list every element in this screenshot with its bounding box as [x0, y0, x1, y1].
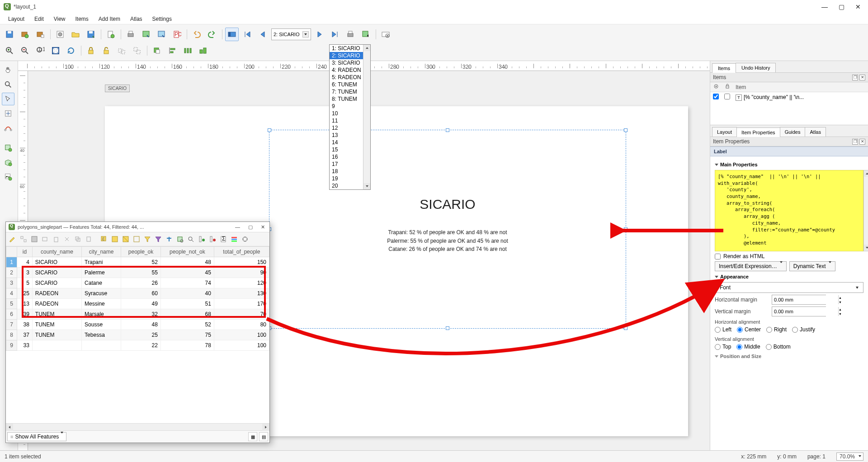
tab-layout-props[interactable]: Layout — [712, 127, 737, 137]
add-picture-icon[interactable] — [2, 170, 14, 183]
chevron-down-icon[interactable] — [302, 31, 309, 38]
export-image-icon[interactable] — [139, 28, 153, 41]
minimize-button[interactable]: — — [821, 3, 828, 10]
zoom-in-icon[interactable] — [3, 44, 16, 57]
export-pdf-icon[interactable]: PDF — [170, 28, 184, 41]
conditional-format-icon[interactable] — [229, 234, 239, 244]
atlas-prev-icon[interactable] — [256, 28, 269, 41]
edit-nodes-icon[interactable] — [2, 122, 14, 134]
atlas-print-icon[interactable] — [344, 28, 357, 41]
item-locked-checkbox[interactable] — [724, 94, 730, 99]
menu-atlas[interactable]: Atlas — [126, 14, 147, 24]
refresh-icon[interactable] — [64, 44, 78, 57]
hmargin-spinner[interactable]: ▲▼ — [772, 295, 826, 305]
insert-expression-button[interactable]: Insert/Edit Expression… — [715, 261, 787, 271]
delete-column-icon[interactable] — [208, 234, 217, 244]
vmargin-spinner[interactable]: ▲▼ — [772, 306, 826, 316]
add-feature-icon[interactable] — [40, 234, 50, 244]
menu-view[interactable]: View — [49, 14, 70, 24]
add-3dmap-icon[interactable] — [2, 156, 14, 169]
layout-manager-icon[interactable] — [53, 28, 67, 41]
valign-radios[interactable]: Top Middle Bottom — [715, 344, 863, 350]
table-view-icon[interactable]: ▦ — [248, 432, 257, 441]
menu-settings[interactable]: Settings — [148, 14, 176, 24]
add-map-icon[interactable] — [2, 141, 14, 154]
atlas-next-icon[interactable] — [313, 28, 326, 41]
font-selector[interactable]: Font — [715, 282, 863, 293]
zoom-out-icon[interactable] — [18, 44, 32, 57]
zoom-combo[interactable]: 70.0% — [836, 453, 863, 461]
undo-icon[interactable] — [190, 28, 203, 41]
attribute-table-window[interactable]: polygons_singlepart — Features Total: 44… — [5, 222, 270, 443]
pan-to-icon[interactable] — [175, 234, 185, 244]
export-svg-icon[interactable] — [155, 28, 168, 41]
atlas-preview-icon[interactable] — [225, 28, 239, 41]
lock-icon[interactable] — [84, 44, 98, 57]
unlock-icon[interactable] — [99, 44, 113, 57]
move-content-icon[interactable] — [2, 107, 14, 120]
atlas-export-icon[interactable] — [359, 28, 373, 41]
filter-icon[interactable] — [153, 234, 163, 244]
table-row[interactable]: 738TUNEMSousse485280 — [6, 320, 269, 330]
items-list-row[interactable]: T[% "county_name" || '\n... — [710, 92, 868, 103]
zoom-to-icon[interactable] — [186, 234, 196, 244]
deselect-icon[interactable] — [132, 234, 142, 244]
panel-close-icon[interactable]: ✕ — [859, 75, 865, 80]
atlas-feature-combo[interactable]: 2: SICARIO — [271, 28, 311, 40]
atlas-first-icon[interactable] — [241, 28, 254, 41]
copy-icon[interactable] — [73, 234, 83, 244]
table-row[interactable]: 35SICARIOCatane2674120 — [6, 278, 269, 288]
table-row[interactable]: 14SICARIOTrapani5248150 — [6, 257, 269, 268]
close-button[interactable]: ✕ — [855, 3, 861, 10]
paste-icon[interactable] — [84, 234, 94, 244]
save-as-template-icon[interactable] — [84, 28, 98, 41]
align-left-icon[interactable] — [165, 44, 179, 57]
actions-icon[interactable] — [240, 234, 250, 244]
group-position-size[interactable]: Position and Size — [715, 354, 863, 359]
save-edits-icon[interactable] — [29, 234, 39, 244]
dynamic-text-button[interactable]: Dynamic Text — [789, 261, 835, 271]
atlas-settings-icon[interactable] — [379, 28, 392, 41]
atlas-last-icon[interactable] — [328, 28, 342, 41]
move-top-icon[interactable] — [164, 234, 174, 244]
zoom-actual-icon[interactable]: 1:1 — [33, 44, 47, 57]
cut-icon[interactable] — [62, 234, 72, 244]
tab-undo-history[interactable]: Undo History — [736, 63, 776, 72]
attr-minimize-button[interactable]: — — [235, 224, 240, 230]
atlas-dropdown-list[interactable]: 1: SICARIO2: SICARIO3: SICARIO4: RADEON5… — [329, 44, 371, 190]
tab-item-properties[interactable]: Item Properties — [736, 127, 780, 137]
maximize-button[interactable]: ▢ — [839, 3, 844, 10]
duplicate-layout-icon[interactable] — [33, 28, 47, 41]
select-all-icon[interactable] — [110, 234, 120, 244]
expression-scrollbar[interactable] — [863, 170, 868, 251]
print-icon[interactable] — [124, 28, 137, 41]
menu-layout[interactable]: Layout — [4, 14, 29, 24]
select-tool-icon[interactable] — [2, 93, 14, 105]
table-row[interactable]: 425RADEONSyracuse6040130 — [6, 288, 269, 299]
multiedit-icon[interactable] — [19, 234, 28, 244]
raise-icon[interactable] — [150, 44, 164, 57]
panel-undock-icon[interactable]: ❐ — [852, 75, 858, 80]
panel-close-icon[interactable]: ✕ — [859, 139, 865, 145]
group-appearance[interactable]: Appearance — [715, 274, 863, 279]
table-row[interactable]: 9332278100 — [6, 340, 269, 351]
table-row[interactable]: 837TUNEMTebessa2575100 — [6, 330, 269, 340]
add-page-icon[interactable] — [104, 28, 118, 41]
resize-icon[interactable] — [196, 44, 210, 57]
filter-sel-icon[interactable] — [142, 234, 152, 244]
tab-guides[interactable]: Guides — [780, 127, 806, 137]
edit-pencil-icon[interactable] — [8, 234, 18, 244]
field-calc-icon[interactable]: Σ — [218, 234, 228, 244]
menu-items[interactable]: Items — [71, 14, 93, 24]
redo-icon[interactable] — [205, 28, 219, 41]
table-row[interactable]: 23SICARIOPalerme554590 — [6, 268, 269, 278]
attr-close-button[interactable]: ✕ — [261, 224, 265, 230]
new-column-icon[interactable] — [197, 234, 207, 244]
delete-feature-icon[interactable] — [51, 234, 61, 244]
group-icon[interactable] — [115, 44, 128, 57]
ungroup-icon[interactable] — [130, 44, 144, 57]
new-layout-icon[interactable] — [18, 28, 32, 41]
panel-undock-icon[interactable]: ❐ — [852, 139, 858, 145]
pan-tool-icon[interactable] — [2, 64, 14, 76]
menu-add-item[interactable]: Add Item — [94, 14, 125, 24]
